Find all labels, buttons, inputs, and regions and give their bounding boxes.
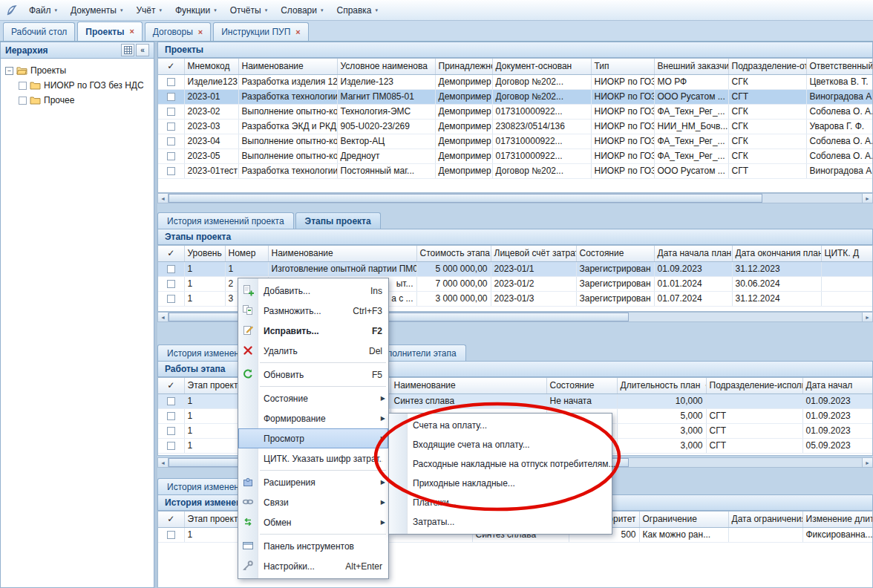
column-header[interactable]: Наименование <box>268 246 416 261</box>
column-header[interactable]: Тип <box>591 59 654 74</box>
select-all-header[interactable]: ✓ <box>158 246 184 261</box>
context-menu-item[interactable]: Обмен▶ <box>238 512 388 532</box>
menubar-item-6[interactable]: Словари▾ <box>274 2 330 19</box>
row-checkbox[interactable] <box>167 397 175 405</box>
column-header[interactable]: Лицевой счёт затрат. <box>491 246 576 261</box>
row-checkbox[interactable] <box>167 442 175 450</box>
select-all-header[interactable]: ✓ <box>158 512 184 527</box>
context-menu-item[interactable]: Добавить...Ins <box>238 281 388 301</box>
row-checkbox[interactable] <box>167 122 175 131</box>
context-menu-item[interactable]: Панель инструментов <box>238 536 388 556</box>
context-menu-item[interactable]: ОбновитьF5 <box>238 365 388 385</box>
menubar-item-1[interactable]: Файл▾ <box>22 2 64 19</box>
table-row[interactable]: 2023-02Выполнение опытно-конс...Технолог… <box>158 104 873 119</box>
column-header[interactable]: Уровень <box>184 246 225 261</box>
tree-checkbox[interactable] <box>19 97 27 105</box>
context-menu-item[interactable]: Формирование▶ <box>238 408 388 428</box>
row-checkbox[interactable] <box>167 531 175 539</box>
row-checkbox[interactable] <box>167 108 175 116</box>
projects-horizontal-scrollbar[interactable]: ◄ ► <box>157 193 873 203</box>
menubar-item-7[interactable]: Справка▾ <box>330 2 385 19</box>
row-checkbox[interactable] <box>167 295 175 303</box>
row-checkbox[interactable] <box>167 78 175 86</box>
column-header[interactable]: Дата окончания план <box>732 246 821 261</box>
column-header[interactable]: Принадлежность <box>435 59 492 74</box>
column-header[interactable]: Состояние <box>576 246 654 261</box>
scroll-left-icon[interactable]: ◄ <box>158 194 169 203</box>
tree-toggle-icon[interactable]: − <box>5 67 13 75</box>
column-header[interactable]: Наименование <box>390 378 546 393</box>
close-tab-icon[interactable]: × <box>129 27 134 36</box>
tree-node[interactable]: −Проекты <box>1 63 154 78</box>
table-row[interactable]: 2023-05Выполнение опытно-конс...Дредноут… <box>158 148 873 163</box>
column-header[interactable]: Условное наименова <box>337 59 435 74</box>
scroll-right-icon[interactable]: ► <box>862 194 872 203</box>
column-header[interactable]: Дата ограничения <box>728 512 802 527</box>
row-checkbox[interactable] <box>167 412 175 420</box>
context-menu-item[interactable]: Исправить...F2 <box>238 321 388 341</box>
scroll-left-icon[interactable]: ◄ <box>158 313 169 321</box>
context-menu-item[interactable]: Состояние▶ <box>238 388 388 408</box>
context-menu-item[interactable]: Связи▶ <box>238 492 388 512</box>
close-tab-icon[interactable]: × <box>295 28 300 36</box>
tree-checkbox[interactable] <box>19 82 27 90</box>
row-checkbox[interactable] <box>167 93 175 101</box>
row-checkbox[interactable] <box>167 265 175 273</box>
column-header[interactable]: Дата начала план <box>654 246 732 261</box>
column-header[interactable]: Номер <box>225 246 268 261</box>
submenu-item[interactable]: Входящие счета на оплату... <box>389 435 612 454</box>
column-header[interactable]: Подразделение-исполнитель.. <box>706 378 802 393</box>
context-menu-item[interactable]: Размножить...Ctrl+F3 <box>238 301 388 321</box>
table-row[interactable]: 2023-01тестРазработка технологии и...Пос… <box>158 163 873 178</box>
column-header[interactable]: Изменение длите <box>802 512 873 527</box>
select-all-header[interactable]: ✓ <box>158 378 184 393</box>
submenu-item[interactable]: Счета на оплату... <box>389 416 612 435</box>
column-header[interactable]: Мнемокод <box>184 59 238 74</box>
workspace-tab[interactable]: Проекты× <box>77 22 143 41</box>
menubar-item-3[interactable]: Учёт▾ <box>129 2 169 19</box>
submenu-item[interactable]: Затраты... <box>389 512 612 532</box>
row-checkbox[interactable] <box>167 167 175 175</box>
table-row[interactable]: 2023-03Разработка ЭКД и РКД н...905-U020… <box>158 119 873 134</box>
context-menu-item[interactable]: УдалитьDel <box>238 341 388 361</box>
workspace-tab[interactable]: Рабочий стол <box>3 22 75 41</box>
scrollbar-thumb[interactable] <box>169 194 762 203</box>
column-header[interactable]: Документ-основан <box>492 59 591 74</box>
column-header[interactable]: Внешний заказчик <box>654 59 728 74</box>
column-header[interactable]: Длительность план ▼ <box>617 378 706 393</box>
scroll-right-icon[interactable]: ► <box>862 313 872 321</box>
column-header[interactable]: Наименование <box>238 59 337 74</box>
context-menu-item[interactable]: Просмотр▶ <box>238 428 388 448</box>
column-header[interactable]: Состояние <box>546 378 617 393</box>
column-header[interactable]: Стоимость этапа <box>416 246 491 261</box>
submenu-item[interactable]: Приходные накладные... <box>389 474 612 493</box>
table-row[interactable]: Изделие123Разработка изделия 123Изделие-… <box>158 74 873 89</box>
context-menu-item[interactable]: Настройки...Alt+Enter <box>238 556 388 576</box>
column-header[interactable]: Подразделение-от <box>728 59 806 74</box>
table-row[interactable]: 2023-01Разработка технологии и...Магнит … <box>158 89 873 104</box>
section-tab[interactable]: История изменений проекта <box>157 212 294 229</box>
section-tab[interactable]: Этапы проекта <box>295 212 381 229</box>
tree-grid-view-icon[interactable] <box>121 44 134 56</box>
tree-node[interactable]: Прочее <box>1 93 154 108</box>
submenu-item[interactable]: Расходные накладные на отпуск потребител… <box>389 454 612 474</box>
context-menu-item[interactable]: Расширения▶ <box>238 472 388 492</box>
close-tab-icon[interactable]: × <box>198 28 203 36</box>
row-checkbox[interactable] <box>167 427 175 435</box>
column-header[interactable]: Дата начал <box>802 378 873 393</box>
tree-node[interactable]: НИОКР по ГОЗ без НДС <box>1 78 154 93</box>
workspace-tab[interactable]: Инструкции ПУП× <box>213 22 308 41</box>
table-row[interactable]: 2023-04Выполнение опытно-конс...Вектор-А… <box>158 134 873 148</box>
column-header[interactable]: ЦИТК. Д <box>821 246 873 261</box>
row-checkbox[interactable] <box>167 137 175 146</box>
workspace-tab[interactable]: Договоры× <box>145 22 211 41</box>
submenu-item[interactable]: Платежи... <box>389 493 612 512</box>
table-row[interactable]: 11Изготовление опытной партии ПМ0...5 00… <box>158 261 873 276</box>
collapse-panel-icon[interactable]: « <box>136 44 149 56</box>
scroll-right-icon[interactable]: ► <box>862 458 872 467</box>
row-checkbox[interactable] <box>167 152 175 160</box>
column-header[interactable]: Ответственный <box>806 59 873 74</box>
menubar-item-4[interactable]: Функции▾ <box>169 2 223 19</box>
scroll-left-icon[interactable]: ◄ <box>158 458 169 467</box>
menubar-item-5[interactable]: Отчёты▾ <box>223 2 274 19</box>
